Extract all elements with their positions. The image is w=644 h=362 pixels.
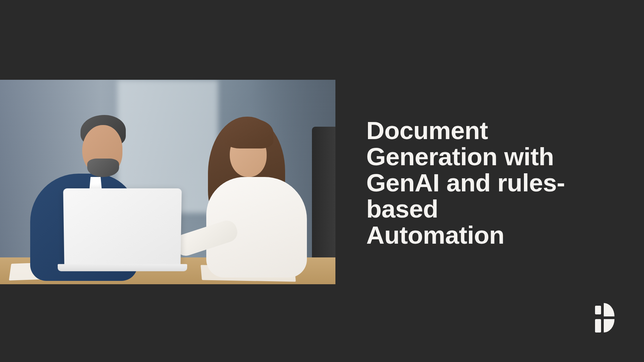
slide-headline: Document Generation with GenAI and rules… <box>366 117 568 248</box>
hero-image <box>0 80 335 284</box>
svg-rect-0 <box>595 306 601 314</box>
presentation-slide: Document Generation with GenAI and rules… <box>0 0 644 362</box>
brand-logo-icon <box>595 303 614 333</box>
svg-rect-1 <box>595 319 601 333</box>
